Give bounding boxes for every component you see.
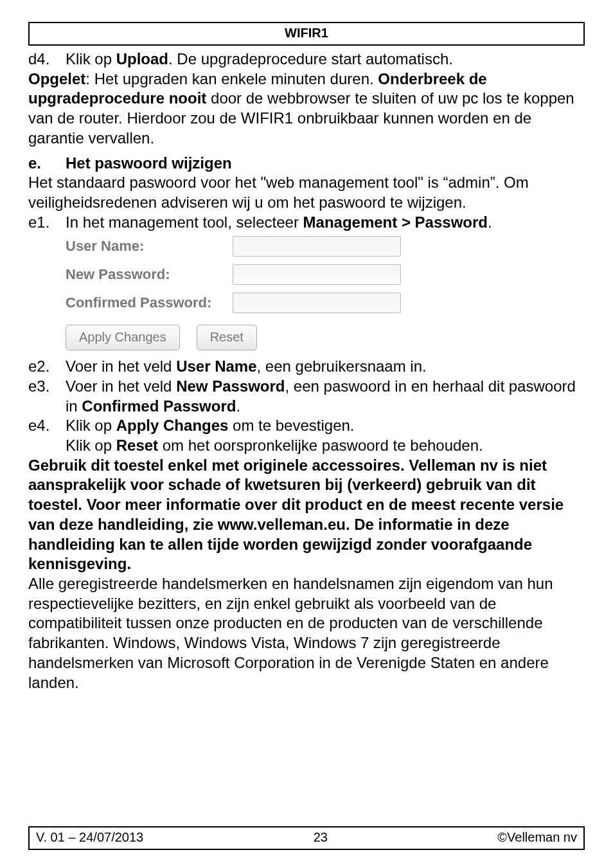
step-e1: e1. In het management tool, selecteer Ma… bbox=[28, 213, 585, 233]
step-e3: e3. Voer in het veld New Password, een p… bbox=[28, 377, 585, 416]
step-d4: d4. Klik op Upload. De upgradeprocedure … bbox=[28, 50, 585, 69]
text: om te bevestigen. bbox=[228, 417, 354, 434]
new-password-label: New Password bbox=[176, 377, 285, 395]
section-e-intro: Het standaard paswoord voor het "web man… bbox=[28, 173, 585, 212]
reset-label: Reset bbox=[116, 437, 158, 454]
confirmedpassword-label: Confirmed Password: bbox=[66, 294, 233, 312]
footer-right: ©Velleman nv bbox=[497, 830, 577, 845]
text: Voer in het veld bbox=[66, 377, 176, 395]
form-row-confirmedpassword: Confirmed Password: bbox=[66, 293, 438, 313]
section-e-heading: e. Het paswoord wijzigen bbox=[28, 154, 585, 174]
confirmed-password-label: Confirmed Password bbox=[82, 397, 236, 415]
form-row-username: User Name: bbox=[66, 236, 438, 257]
text: . bbox=[236, 397, 240, 415]
footer-page: 23 bbox=[314, 830, 328, 845]
apply-changes-label: Apply Changes bbox=[116, 417, 229, 434]
step-e4-text: Klik op Apply Changes om te bevestigen. … bbox=[66, 416, 585, 455]
body-content: d4. Klik op Upload. De upgradeprocedure … bbox=[28, 50, 585, 692]
text: . De upgradeprocedure start automatisch. bbox=[168, 50, 453, 68]
header-title: WIFIR1 bbox=[285, 26, 328, 40]
text: Voer in het veld bbox=[66, 357, 176, 375]
step-e2-num: e2. bbox=[28, 357, 66, 377]
step-d4-text: Klik op Upload. De upgradeprocedure star… bbox=[66, 50, 585, 69]
form-button-row: Apply Changes Reset bbox=[66, 325, 438, 350]
text: In het management tool, selecteer bbox=[66, 213, 303, 231]
form-row-newpassword: New Password: bbox=[66, 264, 438, 285]
step-e1-num: e1. bbox=[28, 213, 66, 233]
text: : Het upgraden kan enkele minuten duren. bbox=[85, 70, 378, 87]
step-e4: e4. Klik op Apply Changes om te bevestig… bbox=[28, 416, 585, 455]
confirmedpassword-input[interactable] bbox=[233, 293, 401, 313]
text: Klik op bbox=[66, 437, 116, 454]
section-e-title: Het paswoord wijzigen bbox=[66, 154, 585, 174]
reset-button[interactable]: Reset bbox=[197, 325, 257, 350]
footer-left: V. 01 – 24/07/2013 bbox=[36, 830, 143, 845]
text: , een gebruikersnaam in. bbox=[257, 357, 427, 375]
apply-changes-button[interactable]: Apply Changes bbox=[66, 325, 180, 350]
newpassword-input[interactable] bbox=[233, 264, 401, 285]
text: om het oorspronkelijke paswoord te behou… bbox=[158, 437, 483, 454]
footer-wrap: V. 01 – 24/07/2013 23 ©Velleman nv bbox=[28, 826, 585, 850]
step-d4-num: d4. bbox=[28, 50, 66, 69]
bold-paragraph-text: Gebruik dit toestel enkel met originele … bbox=[28, 457, 564, 573]
text: . bbox=[488, 213, 492, 231]
password-form: User Name: New Password: Confirmed Passw… bbox=[66, 236, 438, 350]
trailing-paragraph: Alle geregistreerde handelsmerken en han… bbox=[28, 574, 585, 692]
footer-box: V. 01 – 24/07/2013 23 ©Velleman nv bbox=[28, 826, 585, 850]
text: Klik op bbox=[66, 50, 116, 68]
opgelet-label: Opgelet bbox=[28, 70, 85, 87]
step-e4-num: e4. bbox=[28, 416, 66, 455]
step-e3-text: Voer in het veld New Password, een paswo… bbox=[66, 377, 585, 416]
upload-label: Upload bbox=[116, 50, 168, 68]
bold-paragraph: Gebruik dit toestel enkel met originele … bbox=[28, 456, 585, 574]
step-e3-num: e3. bbox=[28, 377, 66, 416]
step-e1-text: In het management tool, selecteer Manage… bbox=[66, 213, 585, 233]
user-name-label: User Name bbox=[176, 357, 256, 375]
text: Klik op bbox=[66, 417, 116, 434]
step-e2-text: Voer in het veld User Name, een gebruike… bbox=[66, 357, 585, 377]
newpassword-label: New Password: bbox=[66, 266, 233, 284]
step-e2: e2. Voer in het veld User Name, een gebr… bbox=[28, 357, 585, 377]
username-label: User Name: bbox=[66, 237, 233, 255]
section-e-num: e. bbox=[28, 154, 66, 174]
management-password-label: Management > Password bbox=[303, 213, 488, 231]
username-input[interactable] bbox=[233, 236, 401, 257]
header-box: WIFIR1 bbox=[28, 22, 585, 46]
opgelet-paragraph: Opgelet: Het upgraden kan enkele minuten… bbox=[28, 69, 585, 149]
